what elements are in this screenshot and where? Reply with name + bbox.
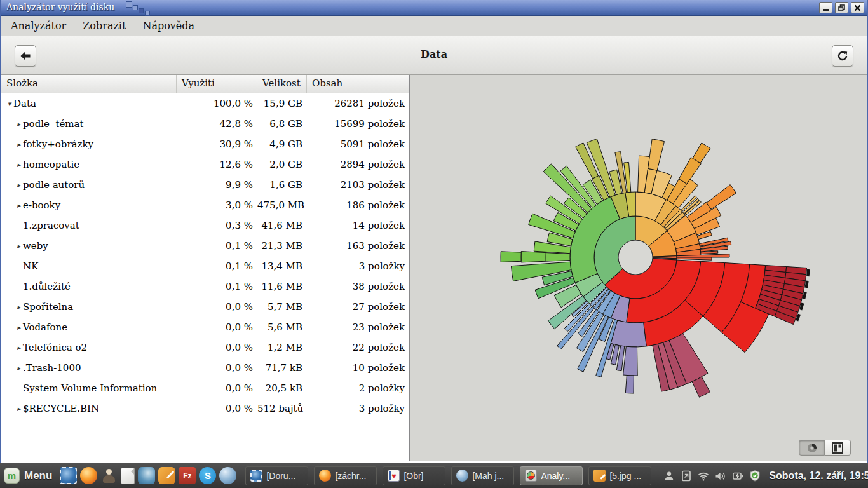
folder-name: .Trash-1000 (23, 362, 81, 374)
folder-name: 1.důležité (23, 281, 71, 292)
table-row[interactable]: ▸Vodafone0,0 %5,6 MB23 položek (1, 317, 409, 337)
titlebar-decoration (126, 1, 132, 8)
table-row[interactable]: ▸weby0,1 %21,3 MB163 položek (1, 236, 409, 256)
restore-button[interactable] (835, 2, 848, 13)
chart-segment[interactable] (693, 143, 710, 163)
expander-icon[interactable]: ▸ (15, 323, 23, 332)
pinta-launcher-icon[interactable] (158, 467, 175, 484)
window-titlebar[interactable]: Analyzátor využití disku (1, 0, 867, 16)
table-row[interactable]: ▸Telefónica o20,0 %1,2 MB22 položek (1, 337, 409, 358)
desktop: Analyzátor využití disku AnalyzátorZobra… (0, 0, 868, 488)
expander-icon[interactable]: ▾ (5, 100, 13, 108)
table-row[interactable]: System Volume Information0,0 %20,5 kB2 p… (1, 378, 409, 398)
folder-name: System Volume Information (23, 383, 157, 394)
table-row[interactable]: 1.zpracovat0,3 %41,6 MB14 položek (1, 215, 409, 236)
security-shield-icon[interactable] (749, 470, 761, 482)
table-row[interactable]: ▸podle autorů9,9 %1,6 GB2103 položek (1, 175, 409, 195)
table-row[interactable]: ▸homeopatie12,6 %2,0 GB2894 položek (1, 154, 409, 175)
expander-icon[interactable]: ▸ (15, 161, 23, 169)
table-row[interactable]: NK0,1 %13,4 MB3 položky (1, 256, 409, 276)
column-header-0[interactable]: Složka (1, 75, 177, 93)
volume-icon[interactable] (714, 470, 727, 482)
folder-name: homeopatie (23, 159, 79, 170)
items-value: 23 položek (307, 322, 409, 333)
size-value: 6,8 GB (257, 118, 307, 130)
expander-icon[interactable]: ▸ (15, 364, 23, 372)
chart-segment[interactable] (707, 185, 736, 210)
usage-value: 0,0 % (177, 342, 257, 353)
column-header-1[interactable]: Využití (177, 75, 257, 93)
baobab-window-icon (525, 470, 537, 482)
expander-icon[interactable]: ▸ (15, 242, 23, 250)
chart-segment[interactable] (521, 252, 546, 262)
expander-icon[interactable]: ▸ (15, 303, 23, 311)
taskbar-clock[interactable]: Sobota, 12. září, 19:58 (769, 470, 868, 482)
usage-value: 0,1 % (177, 261, 257, 272)
table-row[interactable]: ▸podle témat42,8 %6,8 GB15699 položek (1, 114, 409, 134)
taskbar: m Menu FzS [Doru...[záchr...♥[Obr][Mah j… (0, 463, 868, 488)
taskbar-window-button[interactable]: [Doru... (245, 466, 308, 485)
chart-segment[interactable] (623, 346, 638, 376)
table-header-row: SložkaVyužitíVelikostObsah (1, 75, 409, 93)
filezilla-launcher-icon[interactable]: Fz (179, 467, 196, 484)
mint-menu-button[interactable]: m Menu (0, 463, 58, 488)
titlebar-decoration (133, 5, 138, 10)
taskbar-window-button[interactable]: ♥[Obr] (383, 466, 445, 485)
wifi-icon[interactable] (697, 470, 710, 482)
menu-item-2[interactable]: Nápověda (134, 16, 203, 36)
taskbar-window-button[interactable]: [záchr... (314, 466, 377, 485)
chart-segment[interactable] (546, 253, 570, 262)
column-header-2[interactable]: Velikost (257, 75, 307, 93)
window-button-label: [Mah j... (472, 471, 504, 481)
display-device-icon[interactable] (680, 470, 693, 482)
thunderbird-launcher-icon[interactable] (60, 467, 77, 484)
table-row[interactable]: ▾Data100,0 %15,9 GB26281 položek (1, 93, 409, 114)
user-launcher-icon[interactable] (100, 467, 118, 484)
chart-segment[interactable] (625, 376, 634, 394)
table-row[interactable]: ▸$RECYCLE.BIN0,0 %512 bajtů3 položky (1, 398, 409, 419)
refresh-button[interactable] (832, 45, 853, 67)
treemap-view-button[interactable] (825, 440, 851, 456)
user-account-icon[interactable] (663, 470, 675, 482)
chromium-launcher-icon[interactable] (219, 467, 236, 484)
chart-segment[interactable] (677, 257, 712, 260)
firefox-launcher-icon[interactable] (80, 467, 97, 484)
expander-icon[interactable]: ▸ (15, 405, 23, 413)
size-value: 475,0 MB (257, 200, 307, 211)
table-body: ▾Data100,0 %15,9 GB26281 položek▸podle t… (1, 93, 409, 461)
table-row[interactable]: ▸e-booky3,0 %475,0 MB186 položek (1, 195, 409, 215)
skype-launcher-icon[interactable]: S (199, 467, 216, 484)
chart-segment[interactable] (648, 139, 665, 170)
size-value: 20,5 kB (257, 383, 307, 394)
chart-segment[interactable] (501, 252, 521, 262)
usage-value: 0,0 % (177, 322, 257, 333)
taskbar-window-button[interactable]: Analy... (520, 466, 583, 485)
taskbar-window-button[interactable]: [5.jpg ... (588, 466, 651, 485)
folder-name: podle autorů (23, 179, 85, 191)
table-row[interactable]: ▸fotky+obrázky30,9 %4,9 GB5091 položek (1, 134, 409, 154)
items-value: 2 položky (307, 383, 409, 394)
expander-icon[interactable]: ▸ (15, 120, 23, 128)
ring-chart[interactable] (410, 75, 867, 461)
expander-icon[interactable]: ▸ (15, 181, 23, 189)
expander-icon[interactable]: ▸ (15, 201, 23, 210)
folder-name: Spořitelna (23, 301, 73, 313)
size-value: 71,7 kB (257, 362, 307, 374)
close-button[interactable] (851, 2, 864, 13)
minimize-button[interactable] (819, 2, 832, 13)
shotwell-launcher-icon[interactable] (138, 467, 155, 484)
table-row[interactable]: ▸Spořitelna0,0 %5,7 MB27 položek (1, 297, 409, 317)
expander-icon[interactable]: ▸ (15, 140, 23, 149)
rings-view-button[interactable] (799, 440, 825, 456)
taskbar-window-button[interactable]: [Mah j... (451, 466, 514, 485)
table-row[interactable]: ▸.Trash-10000,0 %71,7 kB10 položek (1, 358, 409, 378)
folder-name: NK (23, 261, 38, 272)
expander-icon[interactable]: ▸ (15, 344, 23, 352)
menu-item-1[interactable]: Zobrazit (74, 16, 134, 36)
column-header-3[interactable]: Obsah (307, 75, 409, 93)
size-value: 13,4 MB (257, 261, 307, 272)
menu-item-0[interactable]: Analyzátor (3, 16, 74, 36)
table-row[interactable]: 1.důležité0,1 %11,6 MB38 položek (1, 276, 409, 297)
libreoffice-launcher-icon[interactable] (121, 468, 135, 484)
battery-icon[interactable] (731, 470, 744, 482)
